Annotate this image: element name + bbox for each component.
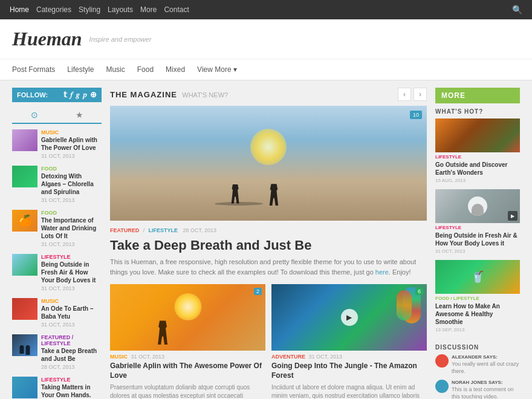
disc-content-2: NORAH JONES SAYS: This is a test comment…	[452, 380, 520, 399]
list-item: LIFESTYLE Taking Matters in Your Own Han…	[12, 374, 102, 399]
sidebar-item-content-3: FOOD The Importance of Water and Drinkin…	[41, 210, 102, 247]
top-navigation: Home Categories Styling Layouts More Con…	[0, 0, 532, 19]
sidebar-item-content-7: LIFESTYLE Taking Matters in Your Own Han…	[41, 377, 102, 399]
secnav-lifestyle[interactable]: Lifestyle	[67, 65, 94, 74]
sidebar-item-cat: MUSIC	[41, 129, 102, 135]
sidebar-thumb-2	[12, 166, 37, 187]
play-icon-right[interactable]: ▶	[508, 211, 517, 221]
facebook-icon[interactable]: 𝑓	[70, 90, 73, 100]
article-text-1: Praesentum voluptatum dolianib atque cor…	[110, 383, 265, 399]
sidebar-item-title[interactable]: Detoxing With Algaes – Chlorella and Spi…	[41, 172, 102, 196]
secnav-mixed[interactable]: Mixed	[166, 65, 185, 74]
sidebar-item-content-6: FEATURED / LIFESTYLE Take a Deep Breath …	[41, 334, 102, 370]
secnav-music[interactable]: Music	[106, 65, 125, 74]
left-sidebar: FOLLOW: 𝕥 𝑓 𝑔 𝑝 ⊕ ⊙ ★ MUSIC Gabrielle Ap…	[12, 88, 102, 399]
secnav-food[interactable]: Food	[137, 65, 154, 74]
top-nav-links: Home Categories Styling Layouts More Con…	[10, 5, 189, 14]
play-icon-2[interactable]: ▶	[341, 309, 358, 326]
rss-icon[interactable]: ⊕	[90, 90, 97, 100]
google-plus-icon[interactable]: 𝑔	[76, 90, 80, 100]
secnav-viewmore[interactable]: View More ▾	[197, 65, 236, 74]
nav-categories[interactable]: Categories	[36, 5, 71, 14]
whats-hot-title: WHAT'S HOT?	[435, 108, 520, 115]
list-item: MUSIC An Ode To Earth – Baba Yetu 31 OCT…	[12, 295, 102, 331]
sidebar-item-title[interactable]: Being Outside in Fresh Air & How Your Bo…	[41, 261, 102, 284]
comment-badge: 10	[410, 111, 422, 119]
right-item-title-1[interactable]: Go Outside and Discover Earth's Wonders	[435, 161, 520, 177]
article-image-2: ▶ 6	[271, 284, 427, 351]
right-item-date-1: 15 AUG, 2013	[435, 178, 520, 183]
right-item-title-2[interactable]: Being Outside in Fresh Air & How Your Bo…	[435, 232, 520, 247]
nav-contact[interactable]: Contact	[164, 5, 189, 14]
sidebar-item-content-5: MUSIC An Ode To Earth – Baba Yetu 31 OCT…	[41, 298, 102, 328]
featured-image-bg	[110, 106, 427, 221]
sidebar-item-date: 31 OCT, 2013	[41, 285, 102, 291]
sidebar-tabs: ⊙ ★	[12, 107, 102, 124]
sidebar-item-title[interactable]: The Importance of Water and Drinking Lot…	[41, 216, 102, 240]
follow-label: FOLLOW:	[17, 91, 48, 99]
sidebar-item-date: 31 OCT, 2013	[41, 153, 102, 159]
sidebar-item-cat: FEATURED / LIFESTYLE	[41, 334, 102, 346]
sidebar-item-date: 31 OCT, 2013	[41, 322, 102, 328]
list-item: FEATURED / LIFESTYLE Take a Deep Breath …	[12, 331, 102, 374]
sidebar-thumb-3: 🍊	[12, 210, 37, 232]
sidebar-item-date: 28 OCT, 2013	[41, 364, 102, 370]
right-sidebar-header: MORE	[435, 88, 520, 103]
featured-text: This is Hueman, a free responsive, high …	[110, 257, 427, 277]
prev-button[interactable]: ‹	[398, 88, 411, 101]
sidebar-item-content-1: MUSIC Gabrielle Aplin with The Power Of …	[41, 129, 102, 159]
nav-more[interactable]: More	[140, 5, 157, 14]
pinterest-icon[interactable]: 𝑝	[83, 90, 87, 100]
sidebar-item-title[interactable]: Taking Matters in Your Own Hands. Not Gi…	[41, 383, 102, 399]
follow-bar: FOLLOW: 𝕥 𝑓 𝑔 𝑝 ⊕	[12, 88, 102, 102]
secnav-postformats[interactable]: Post Formats	[12, 65, 55, 74]
sidebar-item-title[interactable]: Gabrielle Aplin with The Power Of Love	[41, 136, 102, 152]
discussion-item-1: ALEXANDER SAYS: You really went all out …	[435, 354, 520, 375]
article-card-1: 2 MUSIC 31 OCT, 2013 Gabrielle Aplin wit…	[110, 284, 265, 399]
article-title-1[interactable]: Gabrielle Aplin with The Awesome Power O…	[110, 362, 265, 380]
center-content: THE MAGAZINE WHAT'S NEW? ‹ ›	[110, 88, 427, 399]
site-tagline: Inspire and empower	[89, 36, 152, 43]
follow-icons: 𝕥 𝑓 𝑔 𝑝 ⊕	[63, 90, 97, 100]
nav-styling[interactable]: Styling	[79, 5, 100, 14]
nav-home[interactable]: Home	[10, 5, 29, 14]
featured-headline[interactable]: Take a Deep Breath and Just Be	[110, 238, 427, 253]
secondary-navigation: Post Formats Lifestyle Music Food Mixed …	[0, 59, 532, 80]
list-item: LIFESTYLE Being Outside in Fresh Air & H…	[12, 251, 102, 295]
tab-recent[interactable]: ⊙	[12, 107, 57, 124]
article-cat-2: ADVENTURE 31 OCT, 2013	[271, 354, 427, 360]
next-button[interactable]: ›	[414, 88, 427, 101]
site-logo[interactable]: Hueman	[12, 28, 82, 50]
right-item-2: ▶ LIFESTYLE Being Outside in Fresh Air &…	[435, 189, 520, 254]
meta-separator: /	[143, 227, 145, 233]
right-item-title-3[interactable]: Learn How to Make An Awesome & Healthy S…	[435, 302, 520, 326]
featured-date: 28 OCT, 2013	[183, 227, 216, 233]
sidebar-item-cat: LIFESTYLE	[41, 377, 102, 383]
right-item-cat-2: LIFESTYLE	[435, 225, 520, 230]
disc-text-1: You really went all out crazy there.	[452, 361, 520, 375]
sidebar-thumb-7	[12, 377, 37, 398]
site-header: Hueman Inspire and empower	[0, 19, 532, 59]
search-icon[interactable]: 🔍	[512, 5, 522, 15]
sidebar-item-title[interactable]: Take a Deep Breath and Just Be	[41, 347, 102, 363]
twitter-icon[interactable]: 𝕥	[63, 90, 67, 100]
nav-layouts[interactable]: Layouts	[108, 5, 133, 14]
disc-text-2: This is a test comment on this touching …	[452, 386, 520, 399]
magazine-title: THE MAGAZINE WHAT'S NEW?	[110, 90, 228, 99]
tab-popular[interactable]: ★	[57, 107, 102, 123]
featured-cat: FEATURED	[110, 227, 139, 233]
right-item-date-2: 31 OCT, 2013	[435, 248, 520, 254]
disc-user-2: NORAH JONES SAYS:	[452, 380, 520, 385]
right-item-date-3: 13 SEP, 2013	[435, 327, 520, 332]
sidebar-item-cat: MUSIC	[41, 298, 102, 304]
sidebar-item-title[interactable]: An Ode To Earth – Baba Yetu	[41, 305, 102, 320]
article-title-2[interactable]: Going Deep Into The Jungle - The Amazon …	[271, 362, 427, 380]
list-item: MUSIC Gabrielle Aplin with The Power Of …	[12, 126, 102, 163]
sidebar-item-date: 31 OCT, 2013	[41, 241, 102, 247]
sidebar-thumb-1	[12, 129, 37, 151]
featured-image: 10	[110, 106, 427, 221]
featured-link[interactable]: here	[375, 268, 389, 276]
discussion-title: DISCUSSION	[435, 339, 520, 351]
article-image-1: 2	[110, 284, 265, 351]
article-badge-1: 2	[254, 288, 262, 295]
